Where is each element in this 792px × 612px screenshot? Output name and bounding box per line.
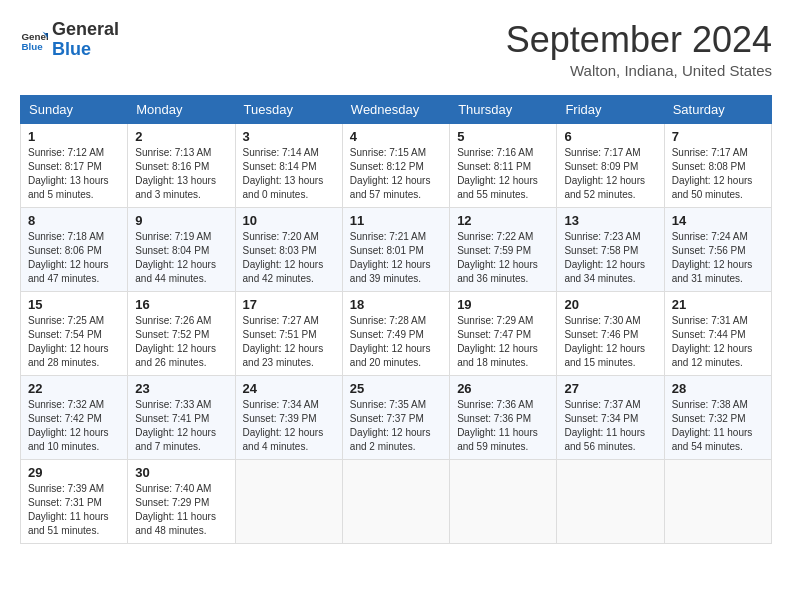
day-number: 11 (350, 213, 442, 228)
day-info: Sunrise: 7:17 AM Sunset: 8:09 PM Dayligh… (564, 146, 656, 202)
calendar-cell: 16Sunrise: 7:26 AM Sunset: 7:52 PM Dayli… (128, 291, 235, 375)
day-info: Sunrise: 7:13 AM Sunset: 8:16 PM Dayligh… (135, 146, 227, 202)
calendar-cell: 26Sunrise: 7:36 AM Sunset: 7:36 PM Dayli… (450, 375, 557, 459)
calendar-cell (664, 459, 771, 543)
day-info: Sunrise: 7:30 AM Sunset: 7:46 PM Dayligh… (564, 314, 656, 370)
calendar-cell: 6Sunrise: 7:17 AM Sunset: 8:09 PM Daylig… (557, 123, 664, 207)
day-number: 22 (28, 381, 120, 396)
day-info: Sunrise: 7:22 AM Sunset: 7:59 PM Dayligh… (457, 230, 549, 286)
calendar-week-row: 29Sunrise: 7:39 AM Sunset: 7:31 PM Dayli… (21, 459, 772, 543)
calendar-cell: 22Sunrise: 7:32 AM Sunset: 7:42 PM Dayli… (21, 375, 128, 459)
day-number: 3 (243, 129, 335, 144)
calendar-header-tuesday: Tuesday (235, 95, 342, 123)
day-number: 18 (350, 297, 442, 312)
day-info: Sunrise: 7:19 AM Sunset: 8:04 PM Dayligh… (135, 230, 227, 286)
calendar-week-row: 15Sunrise: 7:25 AM Sunset: 7:54 PM Dayli… (21, 291, 772, 375)
calendar-cell: 19Sunrise: 7:29 AM Sunset: 7:47 PM Dayli… (450, 291, 557, 375)
calendar-cell: 3Sunrise: 7:14 AM Sunset: 8:14 PM Daylig… (235, 123, 342, 207)
day-number: 30 (135, 465, 227, 480)
calendar-cell: 1Sunrise: 7:12 AM Sunset: 8:17 PM Daylig… (21, 123, 128, 207)
calendar-cell: 15Sunrise: 7:25 AM Sunset: 7:54 PM Dayli… (21, 291, 128, 375)
day-number: 2 (135, 129, 227, 144)
day-info: Sunrise: 7:23 AM Sunset: 7:58 PM Dayligh… (564, 230, 656, 286)
calendar-cell: 8Sunrise: 7:18 AM Sunset: 8:06 PM Daylig… (21, 207, 128, 291)
calendar-cell: 27Sunrise: 7:37 AM Sunset: 7:34 PM Dayli… (557, 375, 664, 459)
calendar-cell: 5Sunrise: 7:16 AM Sunset: 8:11 PM Daylig… (450, 123, 557, 207)
calendar-week-row: 1Sunrise: 7:12 AM Sunset: 8:17 PM Daylig… (21, 123, 772, 207)
day-info: Sunrise: 7:26 AM Sunset: 7:52 PM Dayligh… (135, 314, 227, 370)
day-number: 8 (28, 213, 120, 228)
calendar-cell (557, 459, 664, 543)
day-number: 12 (457, 213, 549, 228)
logo-general-text: General (52, 20, 119, 40)
calendar-table: SundayMondayTuesdayWednesdayThursdayFrid… (20, 95, 772, 544)
day-info: Sunrise: 7:18 AM Sunset: 8:06 PM Dayligh… (28, 230, 120, 286)
day-info: Sunrise: 7:39 AM Sunset: 7:31 PM Dayligh… (28, 482, 120, 538)
day-number: 27 (564, 381, 656, 396)
title-area: September 2024 Walton, Indiana, United S… (506, 20, 772, 79)
calendar-header-sunday: Sunday (21, 95, 128, 123)
day-number: 9 (135, 213, 227, 228)
day-info: Sunrise: 7:14 AM Sunset: 8:14 PM Dayligh… (243, 146, 335, 202)
day-info: Sunrise: 7:38 AM Sunset: 7:32 PM Dayligh… (672, 398, 764, 454)
day-info: Sunrise: 7:36 AM Sunset: 7:36 PM Dayligh… (457, 398, 549, 454)
day-number: 1 (28, 129, 120, 144)
calendar-cell: 14Sunrise: 7:24 AM Sunset: 7:56 PM Dayli… (664, 207, 771, 291)
day-info: Sunrise: 7:40 AM Sunset: 7:29 PM Dayligh… (135, 482, 227, 538)
day-info: Sunrise: 7:35 AM Sunset: 7:37 PM Dayligh… (350, 398, 442, 454)
calendar-week-row: 22Sunrise: 7:32 AM Sunset: 7:42 PM Dayli… (21, 375, 772, 459)
calendar-cell: 21Sunrise: 7:31 AM Sunset: 7:44 PM Dayli… (664, 291, 771, 375)
day-info: Sunrise: 7:20 AM Sunset: 8:03 PM Dayligh… (243, 230, 335, 286)
day-number: 17 (243, 297, 335, 312)
day-number: 25 (350, 381, 442, 396)
day-number: 10 (243, 213, 335, 228)
day-info: Sunrise: 7:24 AM Sunset: 7:56 PM Dayligh… (672, 230, 764, 286)
day-info: Sunrise: 7:21 AM Sunset: 8:01 PM Dayligh… (350, 230, 442, 286)
calendar-cell: 29Sunrise: 7:39 AM Sunset: 7:31 PM Dayli… (21, 459, 128, 543)
day-info: Sunrise: 7:15 AM Sunset: 8:12 PM Dayligh… (350, 146, 442, 202)
location-title: Walton, Indiana, United States (506, 62, 772, 79)
logo: General Blue General Blue (20, 20, 119, 60)
day-number: 4 (350, 129, 442, 144)
calendar-cell: 13Sunrise: 7:23 AM Sunset: 7:58 PM Dayli… (557, 207, 664, 291)
day-info: Sunrise: 7:16 AM Sunset: 8:11 PM Dayligh… (457, 146, 549, 202)
calendar-cell: 4Sunrise: 7:15 AM Sunset: 8:12 PM Daylig… (342, 123, 449, 207)
calendar-cell: 12Sunrise: 7:22 AM Sunset: 7:59 PM Dayli… (450, 207, 557, 291)
svg-text:Blue: Blue (21, 41, 43, 52)
calendar-cell: 11Sunrise: 7:21 AM Sunset: 8:01 PM Dayli… (342, 207, 449, 291)
day-number: 13 (564, 213, 656, 228)
day-number: 23 (135, 381, 227, 396)
day-number: 28 (672, 381, 764, 396)
calendar-week-row: 8Sunrise: 7:18 AM Sunset: 8:06 PM Daylig… (21, 207, 772, 291)
day-info: Sunrise: 7:33 AM Sunset: 7:41 PM Dayligh… (135, 398, 227, 454)
calendar-cell: 18Sunrise: 7:28 AM Sunset: 7:49 PM Dayli… (342, 291, 449, 375)
page-header: General Blue General Blue September 2024… (20, 20, 772, 79)
calendar-header-monday: Monday (128, 95, 235, 123)
day-info: Sunrise: 7:28 AM Sunset: 7:49 PM Dayligh… (350, 314, 442, 370)
day-number: 14 (672, 213, 764, 228)
day-number: 29 (28, 465, 120, 480)
calendar-header-friday: Friday (557, 95, 664, 123)
logo-blue-text: Blue (52, 40, 119, 60)
calendar-cell: 7Sunrise: 7:17 AM Sunset: 8:08 PM Daylig… (664, 123, 771, 207)
day-info: Sunrise: 7:25 AM Sunset: 7:54 PM Dayligh… (28, 314, 120, 370)
day-number: 21 (672, 297, 764, 312)
calendar-cell (235, 459, 342, 543)
logo-icon: General Blue (20, 26, 48, 54)
calendar-header-row: SundayMondayTuesdayWednesdayThursdayFrid… (21, 95, 772, 123)
calendar-cell: 28Sunrise: 7:38 AM Sunset: 7:32 PM Dayli… (664, 375, 771, 459)
month-title: September 2024 (506, 20, 772, 60)
day-number: 15 (28, 297, 120, 312)
calendar-cell: 9Sunrise: 7:19 AM Sunset: 8:04 PM Daylig… (128, 207, 235, 291)
day-info: Sunrise: 7:32 AM Sunset: 7:42 PM Dayligh… (28, 398, 120, 454)
calendar-cell: 25Sunrise: 7:35 AM Sunset: 7:37 PM Dayli… (342, 375, 449, 459)
day-info: Sunrise: 7:12 AM Sunset: 8:17 PM Dayligh… (28, 146, 120, 202)
calendar-cell: 23Sunrise: 7:33 AM Sunset: 7:41 PM Dayli… (128, 375, 235, 459)
calendar-header-saturday: Saturday (664, 95, 771, 123)
day-info: Sunrise: 7:37 AM Sunset: 7:34 PM Dayligh… (564, 398, 656, 454)
calendar-cell: 30Sunrise: 7:40 AM Sunset: 7:29 PM Dayli… (128, 459, 235, 543)
day-number: 16 (135, 297, 227, 312)
calendar-header-thursday: Thursday (450, 95, 557, 123)
day-info: Sunrise: 7:34 AM Sunset: 7:39 PM Dayligh… (243, 398, 335, 454)
calendar-cell: 10Sunrise: 7:20 AM Sunset: 8:03 PM Dayli… (235, 207, 342, 291)
